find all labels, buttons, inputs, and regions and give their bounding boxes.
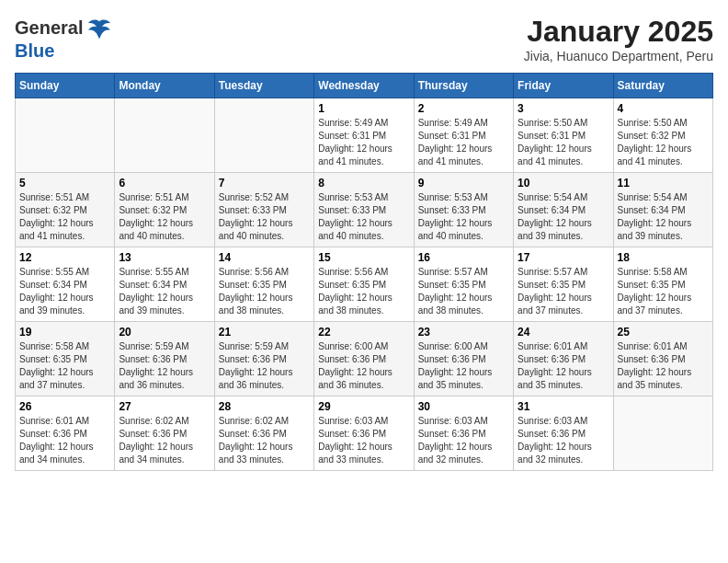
calendar-subtitle: Jivia, Huanuco Department, Peru <box>524 49 713 63</box>
calendar-cell: 15Sunrise: 5:56 AM Sunset: 6:35 PM Dayli… <box>314 247 414 322</box>
day-info: Sunrise: 5:52 AM Sunset: 6:33 PM Dayligh… <box>219 191 310 243</box>
weekday-header-sunday: Sunday <box>16 74 115 98</box>
calendar-week-row: 12Sunrise: 5:55 AM Sunset: 6:34 PM Dayli… <box>16 247 713 322</box>
day-info: Sunrise: 5:56 AM Sunset: 6:35 PM Dayligh… <box>219 266 310 317</box>
day-number: 10 <box>518 177 609 190</box>
day-info: Sunrise: 6:00 AM Sunset: 6:36 PM Dayligh… <box>318 340 409 392</box>
calendar-cell: 2Sunrise: 5:49 AM Sunset: 6:31 PM Daylig… <box>414 98 513 173</box>
day-info: Sunrise: 5:55 AM Sunset: 6:34 PM Dayligh… <box>19 266 110 317</box>
calendar-cell: 19Sunrise: 5:58 AM Sunset: 6:35 PM Dayli… <box>16 322 115 396</box>
day-number: 16 <box>418 251 509 264</box>
day-number: 2 <box>418 102 509 115</box>
calendar-cell: 14Sunrise: 5:56 AM Sunset: 6:35 PM Dayli… <box>214 247 313 322</box>
day-number: 18 <box>618 251 709 264</box>
day-info: Sunrise: 5:56 AM Sunset: 6:35 PM Dayligh… <box>318 266 409 317</box>
calendar-cell: 6Sunrise: 5:51 AM Sunset: 6:32 PM Daylig… <box>115 173 214 247</box>
day-info: Sunrise: 5:53 AM Sunset: 6:33 PM Dayligh… <box>418 191 509 243</box>
calendar-cell <box>214 98 313 173</box>
calendar-cell: 9Sunrise: 5:53 AM Sunset: 6:33 PM Daylig… <box>414 173 513 247</box>
calendar-cell: 12Sunrise: 5:55 AM Sunset: 6:34 PM Dayli… <box>16 247 115 322</box>
calendar-cell: 26Sunrise: 6:01 AM Sunset: 6:36 PM Dayli… <box>16 396 115 471</box>
day-number: 21 <box>219 326 310 339</box>
calendar-cell: 25Sunrise: 6:01 AM Sunset: 6:36 PM Dayli… <box>613 322 712 396</box>
day-info: Sunrise: 5:50 AM Sunset: 6:32 PM Dayligh… <box>618 117 709 168</box>
day-info: Sunrise: 6:02 AM Sunset: 6:36 PM Dayligh… <box>219 415 310 466</box>
calendar-cell <box>115 98 214 173</box>
day-info: Sunrise: 5:50 AM Sunset: 6:31 PM Dayligh… <box>518 117 609 168</box>
day-info: Sunrise: 6:03 AM Sunset: 6:36 PM Dayligh… <box>318 415 409 466</box>
day-number: 6 <box>119 177 210 190</box>
day-info: Sunrise: 5:57 AM Sunset: 6:35 PM Dayligh… <box>418 266 509 317</box>
day-number: 1 <box>318 102 409 115</box>
calendar-cell: 31Sunrise: 6:03 AM Sunset: 6:36 PM Dayli… <box>514 396 613 471</box>
calendar-cell <box>16 98 115 173</box>
calendar-cell: 10Sunrise: 5:54 AM Sunset: 6:34 PM Dayli… <box>514 173 613 247</box>
day-info: Sunrise: 6:02 AM Sunset: 6:36 PM Dayligh… <box>119 415 210 466</box>
logo-blue: Blue <box>15 40 112 61</box>
title-block: January 2025 Jivia, Huanuco Department, … <box>524 15 713 63</box>
day-number: 27 <box>119 400 210 413</box>
day-number: 3 <box>518 102 609 115</box>
weekday-header-saturday: Saturday <box>613 74 712 98</box>
page-header: General Blue January 2025 Jivia, Huanuco… <box>15 15 713 63</box>
calendar-cell: 30Sunrise: 6:03 AM Sunset: 6:36 PM Dayli… <box>414 396 513 471</box>
day-info: Sunrise: 5:58 AM Sunset: 6:35 PM Dayligh… <box>618 266 709 317</box>
day-info: Sunrise: 6:03 AM Sunset: 6:36 PM Dayligh… <box>518 415 609 466</box>
weekday-header-friday: Friday <box>514 74 613 98</box>
day-number: 28 <box>219 400 310 413</box>
weekday-header-monday: Monday <box>115 74 214 98</box>
calendar-cell: 7Sunrise: 5:52 AM Sunset: 6:33 PM Daylig… <box>214 173 313 247</box>
logo-bird-icon <box>86 15 112 40</box>
calendar-cell: 29Sunrise: 6:03 AM Sunset: 6:36 PM Dayli… <box>314 396 414 471</box>
day-number: 31 <box>518 400 609 413</box>
logo-general: General <box>15 17 83 38</box>
calendar-cell: 28Sunrise: 6:02 AM Sunset: 6:36 PM Dayli… <box>214 396 313 471</box>
day-info: Sunrise: 5:58 AM Sunset: 6:35 PM Dayligh… <box>19 340 110 392</box>
calendar-cell: 24Sunrise: 6:01 AM Sunset: 6:36 PM Dayli… <box>514 322 613 396</box>
day-number: 17 <box>518 251 609 264</box>
day-info: Sunrise: 6:01 AM Sunset: 6:36 PM Dayligh… <box>19 415 110 466</box>
day-info: Sunrise: 5:49 AM Sunset: 6:31 PM Dayligh… <box>318 117 409 168</box>
calendar-cell: 8Sunrise: 5:53 AM Sunset: 6:33 PM Daylig… <box>314 173 414 247</box>
calendar-cell: 17Sunrise: 5:57 AM Sunset: 6:35 PM Dayli… <box>514 247 613 322</box>
day-number: 4 <box>618 102 709 115</box>
day-number: 5 <box>19 177 110 190</box>
weekday-header-row: SundayMondayTuesdayWednesdayThursdayFrid… <box>16 74 713 98</box>
calendar-cell: 3Sunrise: 5:50 AM Sunset: 6:31 PM Daylig… <box>514 98 613 173</box>
day-number: 24 <box>518 326 609 339</box>
day-number: 26 <box>19 400 110 413</box>
calendar-week-row: 1Sunrise: 5:49 AM Sunset: 6:31 PM Daylig… <box>16 98 713 173</box>
calendar-cell: 22Sunrise: 6:00 AM Sunset: 6:36 PM Dayli… <box>314 322 414 396</box>
day-number: 7 <box>219 177 310 190</box>
day-number: 22 <box>318 326 409 339</box>
day-info: Sunrise: 5:53 AM Sunset: 6:33 PM Dayligh… <box>318 191 409 243</box>
day-number: 29 <box>318 400 409 413</box>
logo: General Blue <box>15 15 112 61</box>
day-info: Sunrise: 5:54 AM Sunset: 6:34 PM Dayligh… <box>518 191 609 243</box>
day-info: Sunrise: 5:49 AM Sunset: 6:31 PM Dayligh… <box>418 117 509 168</box>
day-number: 25 <box>618 326 709 339</box>
day-number: 12 <box>19 251 110 264</box>
calendar-cell: 11Sunrise: 5:54 AM Sunset: 6:34 PM Dayli… <box>613 173 712 247</box>
calendar-week-row: 19Sunrise: 5:58 AM Sunset: 6:35 PM Dayli… <box>16 322 713 396</box>
day-info: Sunrise: 5:57 AM Sunset: 6:35 PM Dayligh… <box>518 266 609 317</box>
calendar-cell: 27Sunrise: 6:02 AM Sunset: 6:36 PM Dayli… <box>115 396 214 471</box>
day-info: Sunrise: 6:03 AM Sunset: 6:36 PM Dayligh… <box>418 415 509 466</box>
day-number: 20 <box>119 326 210 339</box>
day-number: 14 <box>219 251 310 264</box>
day-number: 23 <box>418 326 509 339</box>
calendar-cell: 13Sunrise: 5:55 AM Sunset: 6:34 PM Dayli… <box>115 247 214 322</box>
weekday-header-wednesday: Wednesday <box>314 74 414 98</box>
day-info: Sunrise: 6:00 AM Sunset: 6:36 PM Dayligh… <box>418 340 509 392</box>
day-number: 11 <box>618 177 709 190</box>
weekday-header-tuesday: Tuesday <box>214 74 313 98</box>
day-info: Sunrise: 6:01 AM Sunset: 6:36 PM Dayligh… <box>518 340 609 392</box>
day-info: Sunrise: 5:55 AM Sunset: 6:34 PM Dayligh… <box>119 266 210 317</box>
day-info: Sunrise: 5:51 AM Sunset: 6:32 PM Dayligh… <box>19 191 110 243</box>
calendar-cell: 20Sunrise: 5:59 AM Sunset: 6:36 PM Dayli… <box>115 322 214 396</box>
calendar-cell: 16Sunrise: 5:57 AM Sunset: 6:35 PM Dayli… <box>414 247 513 322</box>
day-info: Sunrise: 5:54 AM Sunset: 6:34 PM Dayligh… <box>618 191 709 243</box>
day-number: 9 <box>418 177 509 190</box>
calendar-title: January 2025 <box>524 15 713 49</box>
calendar-cell: 18Sunrise: 5:58 AM Sunset: 6:35 PM Dayli… <box>613 247 712 322</box>
